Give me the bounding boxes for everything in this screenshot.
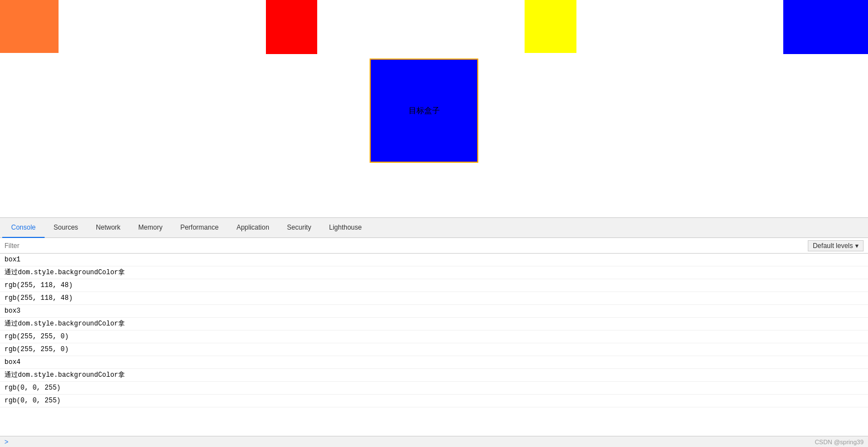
box-blue-right <box>783 0 868 54</box>
console-line: rgb(255, 118, 48) <box>0 292 868 305</box>
tab-performance[interactable]: Performance <box>171 218 227 238</box>
box-yellow <box>525 0 576 53</box>
box-red <box>266 0 317 54</box>
console-line: rgb(0, 0, 255) <box>0 382 868 395</box>
default-levels-button[interactable]: Default levels ▾ <box>808 240 864 251</box>
console-line: 通过dom.style.backgroundColor拿 <box>0 318 868 331</box>
tab-sources[interactable]: Sources <box>45 218 87 238</box>
console-output: box1通过dom.style.backgroundColor拿rgb(255,… <box>0 254 868 436</box>
console-line: box4 <box>0 356 868 369</box>
console-line: rgb(255, 118, 48) <box>0 279 868 292</box>
console-line: 通过dom.style.backgroundColor拿 <box>0 369 868 382</box>
filter-bar: Default levels ▾ <box>0 238 868 254</box>
console-line: box1 <box>0 254 868 266</box>
tab-memory[interactable]: Memory <box>129 218 171 238</box>
box-orange <box>0 0 59 53</box>
tab-console[interactable]: Console <box>2 218 45 238</box>
tab-security[interactable]: Security <box>278 218 320 238</box>
console-line: box3 <box>0 305 868 318</box>
console-prompt[interactable]: > <box>4 438 8 446</box>
console-line: rgb(0, 0, 255) <box>0 395 868 407</box>
tab-bar: ConsoleSourcesNetworkMemoryPerformanceAp… <box>0 218 868 238</box>
tab-application[interactable]: Application <box>227 218 278 238</box>
tab-network[interactable]: Network <box>87 218 129 238</box>
console-line: rgb(255, 255, 0) <box>0 343 868 356</box>
target-box: 目标盒子 <box>370 59 478 163</box>
console-line: rgb(255, 255, 0) <box>0 331 868 343</box>
devtools-panel: ConsoleSourcesNetworkMemoryPerformanceAp… <box>0 217 868 447</box>
watermark: CSDN @spring39 <box>814 439 864 445</box>
chevron-down-icon: ▾ <box>855 242 859 250</box>
page-area: 目标盒子 <box>0 0 868 217</box>
console-line: 通过dom.style.backgroundColor拿 <box>0 266 868 279</box>
target-box-label: 目标盒子 <box>409 106 440 116</box>
default-levels-label: Default levels <box>813 242 853 250</box>
tab-lighthouse[interactable]: Lighthouse <box>320 218 371 238</box>
bottom-bar: > CSDN @spring39 <box>0 436 868 447</box>
filter-input[interactable] <box>4 242 808 250</box>
